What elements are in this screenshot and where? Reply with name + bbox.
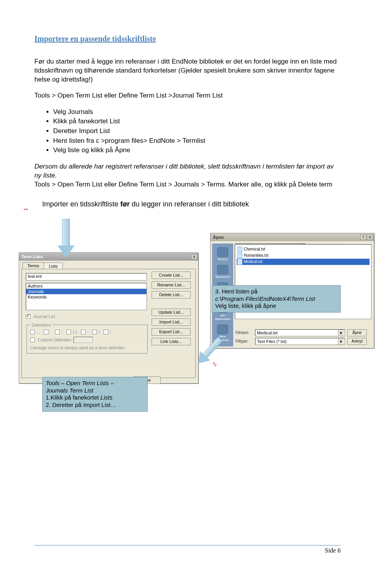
file-icon <box>238 247 242 252</box>
delim-label: ; <box>61 330 62 334</box>
file-icon <box>238 259 242 265</box>
titlebar: Term Lists X <box>19 253 198 261</box>
callout-line: Journals Term List <box>46 387 144 394</box>
callout-steps12: Tools – Open Term Lists – Journals Term … <box>42 377 148 412</box>
import-list-button[interactable]: Import List... <box>152 318 191 326</box>
list-item: Klikk på fanekortet List <box>53 117 341 126</box>
file-item[interactable]: Humanities.txt <box>237 252 370 259</box>
bullet-list: Velg Journals Klikk på fanekortet List D… <box>34 107 341 155</box>
delim-checkbox <box>81 330 86 334</box>
delete-list-button[interactable]: Delete List... <box>152 291 191 298</box>
callout-line: Tools – Open Term Lists – <box>46 380 144 387</box>
filename-input[interactable]: Medical.txt <box>255 329 345 336</box>
delim-checkbox <box>55 330 60 334</box>
link-lists-button[interactable]: Link Lists... <box>152 338 191 345</box>
rename-list-button[interactable]: Rename List... <box>152 281 191 289</box>
close-icon[interactable]: X <box>191 254 197 259</box>
export-list-button[interactable]: Export List... <box>152 328 191 336</box>
delimiters-legend: Delimiters <box>30 323 52 327</box>
delim-label: \ <box>98 330 100 334</box>
intro-paragraph: Før du starter med å legge inn referanse… <box>34 57 341 84</box>
create-list-button[interactable]: Create List... <box>152 272 191 279</box>
list-item[interactable]: Journals <box>26 289 146 294</box>
arrow-down-icon <box>57 219 75 258</box>
delim-checkbox <box>30 330 35 334</box>
file-item[interactable]: Chemical.txt <box>237 246 370 252</box>
close-icon[interactable]: X <box>367 234 373 240</box>
figure-heading-bold: før <box>120 200 130 208</box>
figure-heading-post: du legger inn referanser i ditt bibliote… <box>130 200 249 208</box>
delim-checkbox <box>104 330 108 334</box>
custom-delim-input <box>73 337 93 343</box>
carriage-note: Carriage return is always used as a term… <box>30 345 144 350</box>
figure-heading: Importer en tidsskriftliste før du legge… <box>42 200 249 208</box>
journal-list-checkbox <box>26 314 30 319</box>
file-icon <box>238 253 242 258</box>
cancel-button[interactable]: Avbryt <box>347 338 367 345</box>
list-item: Velg Journals <box>53 107 341 117</box>
file-item[interactable]: Medical.txt <box>237 259 370 265</box>
open-button[interactable]: Åpne <box>347 329 367 336</box>
section-title: Importere en passende tidsskriftliste <box>34 34 341 43</box>
custom-delim-checkbox <box>30 338 35 342</box>
note: Dersom du allerede har registrert refera… <box>34 162 341 189</box>
note-plain: Tools > Open Term List eller Define Term… <box>34 181 332 188</box>
callout-line: 3. Hent listen på <box>215 288 337 295</box>
list-item: Deretter Import List <box>53 126 341 136</box>
delim-label: ( ) <box>73 330 77 334</box>
dialog-title: Term Lists <box>21 254 43 259</box>
arrow-2-label: 2 <box>212 361 218 367</box>
tools-path: Tools > Open Term List eller Define Term… <box>34 91 341 100</box>
custom-delim-label: Custom Delimiter: <box>38 338 72 342</box>
filename-label: Filnavn: <box>236 330 253 335</box>
list-item: Hent listen fra c >program files> EndNot… <box>53 136 341 146</box>
figure-heading-pre: Importer en tidsskriftliste <box>42 200 120 208</box>
tab-lists[interactable]: Lists <box>44 263 63 269</box>
delim-label: : <box>50 330 51 334</box>
arrow-1-label: 1 <box>23 208 29 211</box>
termlist-name-input[interactable]: test.enl <box>26 273 147 281</box>
termlist-listbox[interactable]: Authors Journals Keywords <box>26 283 147 310</box>
page-footer: Side 6 <box>34 545 341 554</box>
delim-checkbox <box>92 330 97 334</box>
help-icon[interactable]: ? <box>360 234 366 240</box>
delimiters-group: Delimiters . , : ; ( ) - \ / Custom Deli… <box>27 323 148 354</box>
place-desktop[interactable]: Skrivebord <box>212 263 233 281</box>
titlebar: Åpne ? X <box>211 233 374 241</box>
tab-terms[interactable]: Terms <box>22 262 44 269</box>
callout-line: 2. Deretter på Import List… <box>46 401 144 409</box>
note-italic: Dersom du allerede har registrert refera… <box>34 163 334 179</box>
dialog-title: Åpne <box>213 235 224 240</box>
delim-checkbox <box>44 330 48 334</box>
delim-label: . , <box>36 330 40 334</box>
figure: Importer en tidsskriftliste før du legge… <box>19 198 343 416</box>
callout-line: c:\Program Files\EndNoteX4\Term List <box>215 295 337 303</box>
filetype-dropdown[interactable]: Text Files (*.txt) <box>255 338 345 345</box>
callout-line: Velg liste, klikk på åpne <box>215 302 337 310</box>
callout-line: 1.Klikk på fanekortet Lists <box>46 394 144 401</box>
delim-label: / <box>110 330 111 334</box>
list-item[interactable]: Authors <box>26 283 146 289</box>
delim-checkbox <box>66 330 71 334</box>
journal-list-label: Journal List <box>33 314 55 319</box>
callout-step3: 3. Hent listen på c:\Program Files\EndNo… <box>212 285 341 313</box>
update-list-button[interactable]: Update List... <box>152 309 191 316</box>
filetype-label: Filtype: <box>236 339 253 343</box>
list-item[interactable]: Keywords <box>26 294 146 300</box>
list-item: Velg liste og klikk på Åpne <box>53 146 341 155</box>
place-recent[interactable]: Recent <box>212 246 233 263</box>
term-lists-dialog: Term Lists X Terms Lists test.enl Author… <box>19 252 198 384</box>
delim-label: - <box>87 330 89 334</box>
